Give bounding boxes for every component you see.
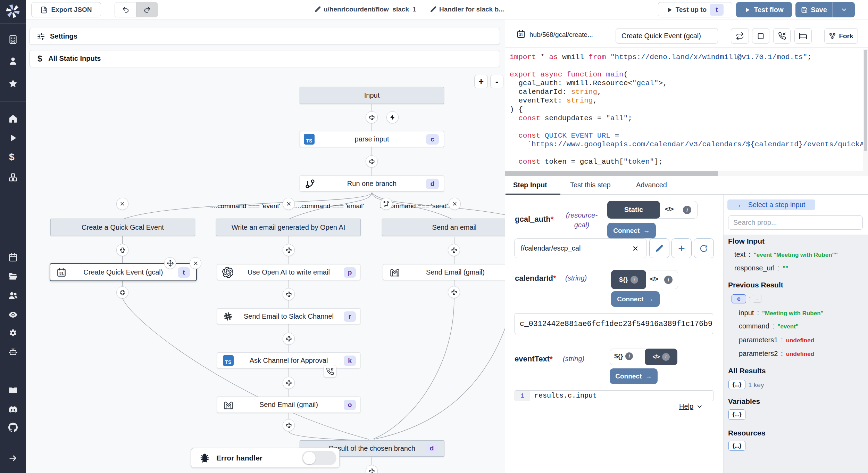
svg-text:31: 31 (519, 33, 523, 37)
